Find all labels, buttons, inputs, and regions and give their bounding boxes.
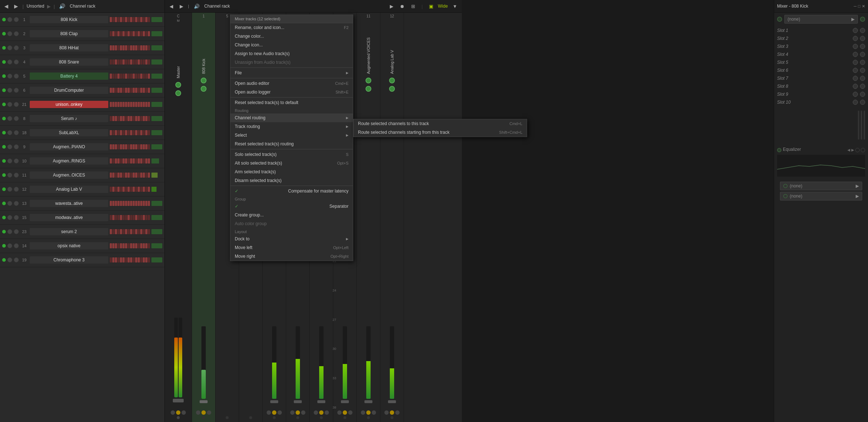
ch-btn-11a[interactable] <box>7 173 12 178</box>
slot-circle-5[interactable] <box>853 60 858 65</box>
rp-fader-track-2[interactable] <box>861 111 862 140</box>
ch-btn-9b[interactable] <box>14 144 19 149</box>
channel-row[interactable]: 19 Chromaphone 3 <box>0 253 164 267</box>
unsorted-label[interactable]: Unsorted <box>26 4 44 9</box>
serum-icon-3[interactable] <box>301 410 305 415</box>
wide-chevron[interactable]: ▼ <box>451 3 459 10</box>
ctx-alt-solo-item[interactable]: Alt solo selected track(s) Opt+S <box>230 159 353 167</box>
slot-circle-4[interactable] <box>853 52 858 57</box>
ch-btn-2b[interactable] <box>14 31 19 36</box>
ctx-compensate-item[interactable]: ✓ Compensate for master latency <box>230 187 353 195</box>
ch-vol-10[interactable] <box>151 158 162 164</box>
voices-knob-2[interactable] <box>366 86 371 92</box>
eq-power-btn[interactable] <box>777 148 781 152</box>
ch-vol-9[interactable] <box>151 144 162 149</box>
voices-icon-1[interactable] <box>361 410 365 415</box>
ch-vol-8[interactable] <box>151 116 162 121</box>
ch-vol-13[interactable] <box>151 201 162 206</box>
ch-led-3[interactable] <box>2 46 6 50</box>
pattern-icon[interactable]: ⊞ <box>409 3 417 10</box>
mixer-track-808kick[interactable]: 1 808 Kick <box>192 13 216 422</box>
ch-name-13[interactable]: wavesta..ative <box>30 200 108 207</box>
strings-icon-2[interactable] <box>343 410 347 415</box>
ctx-channel-routing-item[interactable]: Channel routing <box>230 113 353 122</box>
voices-knob-1[interactable] <box>366 78 371 83</box>
channel-row[interactable]: 10 Augmen..RINGS <box>0 154 164 168</box>
slot-circle-9b[interactable] <box>860 92 865 97</box>
ch-name-5[interactable]: Battery 4 <box>30 73 108 80</box>
ch-btn-1a[interactable] <box>7 17 12 22</box>
rp-close-btn[interactable]: ✕ <box>862 4 865 9</box>
ctx-create-group-item[interactable]: Create group... <box>230 211 353 219</box>
piano-icon-3[interactable] <box>325 410 329 415</box>
ch-btn-12a[interactable] <box>7 187 12 192</box>
channel-row[interactable]: 3 808 HiHat <box>0 41 164 55</box>
ctx-disarm-item[interactable]: Disarm selected track(s) <box>230 176 353 185</box>
ch-led-11[interactable] <box>2 173 6 177</box>
ch-vol-21[interactable] <box>151 102 162 107</box>
ctx-route-from-track-item[interactable]: Route selected channels starting from th… <box>354 128 527 137</box>
rp-nd2-knob[interactable] <box>783 194 788 198</box>
ctx-rename-item[interactable]: Rename, color and icon... F2 <box>230 23 353 32</box>
ch-led-10[interactable] <box>2 159 6 163</box>
vps-icon-2[interactable] <box>272 410 276 415</box>
ch-btn-5b[interactable] <box>14 74 19 79</box>
slot-circle-10b[interactable] <box>860 100 865 105</box>
rp-fader-track[interactable] <box>858 111 859 140</box>
rp-minimize-btn[interactable]: ─ <box>854 4 857 9</box>
track1-knob-2[interactable] <box>201 86 206 92</box>
ch-name-21[interactable]: unison..onkey <box>30 101 108 108</box>
master-knob-1[interactable] <box>175 82 181 88</box>
rp-maximize-btn[interactable]: □ <box>858 4 860 9</box>
ch-btn-18b[interactable] <box>14 130 19 135</box>
channel-row[interactable]: 4 808 Snare <box>0 55 164 69</box>
ch-btn-3a[interactable] <box>7 45 12 50</box>
analog-icon-2[interactable] <box>390 410 394 415</box>
ch-name-8[interactable]: Serum ♪ <box>30 115 108 122</box>
ch-btn-4b[interactable] <box>14 59 19 65</box>
serum-icon-2[interactable] <box>296 410 300 415</box>
vps-icon-1[interactable] <box>267 410 271 415</box>
ch-name-9[interactable]: Augmen..PIANO <box>30 143 108 150</box>
ch-btn-21a[interactable] <box>7 102 12 107</box>
analog-fader-thumb[interactable] <box>388 400 396 403</box>
mixer-fwd-btn[interactable]: ▶ <box>178 3 185 10</box>
strings-icon-1[interactable] <box>337 410 342 415</box>
slot-circle-6b[interactable] <box>860 68 865 73</box>
ch-led-13[interactable] <box>2 202 6 205</box>
voices-fader-thumb[interactable] <box>364 400 372 403</box>
ch-name-14[interactable]: opsix native <box>30 242 108 249</box>
ctx-solo-item[interactable]: Solo selected track(s) S <box>230 150 353 159</box>
ch-vol-1[interactable] <box>151 17 162 22</box>
channel-row[interactable]: 15 modwav..ative <box>0 211 164 225</box>
ch-led-19[interactable] <box>2 258 6 262</box>
ch-led-2[interactable] <box>2 32 6 36</box>
ch-btn-1b[interactable] <box>14 17 19 22</box>
channel-row-battery[interactable]: 5 Battery 4 <box>0 69 164 83</box>
slot-circle-4b[interactable] <box>860 52 865 57</box>
ch-name-19[interactable]: Chromaphone 3 <box>30 256 108 264</box>
channel-row[interactable]: 6 DrumComputer <box>0 83 164 98</box>
ch-led-9[interactable] <box>2 145 6 149</box>
ch-btn-10a[interactable] <box>7 158 12 164</box>
ch-btn-15b[interactable] <box>14 215 19 220</box>
ch-btn-14b[interactable] <box>14 243 19 248</box>
voices-icon-3[interactable] <box>372 410 376 415</box>
ch-name-6[interactable]: DrumComputer <box>30 87 108 94</box>
mixer-track-voices[interactable]: 11 Augmented VOICES <box>357 13 380 422</box>
slot-circle-7[interactable] <box>853 76 858 81</box>
ch-name-12[interactable]: Analog Lab V <box>30 186 108 193</box>
track1-icon-1[interactable] <box>196 410 200 415</box>
ctx-separator-item[interactable]: ✓ Separator <box>230 202 353 211</box>
ch-led-23[interactable] <box>2 230 6 233</box>
track1-icon-3[interactable] <box>207 410 211 415</box>
analog-knob-2[interactable] <box>389 86 395 92</box>
channel-row[interactable]: 8 Serum ♪ <box>0 112 164 126</box>
ch-led-18[interactable] <box>2 131 6 135</box>
ctx-arm-item[interactable]: Arm selected track(s) <box>230 167 353 176</box>
ch-vol-19[interactable] <box>151 257 162 262</box>
ctx-dock-item[interactable]: Dock to <box>230 235 353 243</box>
serum-fader-thumb[interactable] <box>294 400 302 403</box>
ctx-file-item[interactable]: File <box>230 69 353 77</box>
ch-vol-18[interactable] <box>151 130 162 135</box>
